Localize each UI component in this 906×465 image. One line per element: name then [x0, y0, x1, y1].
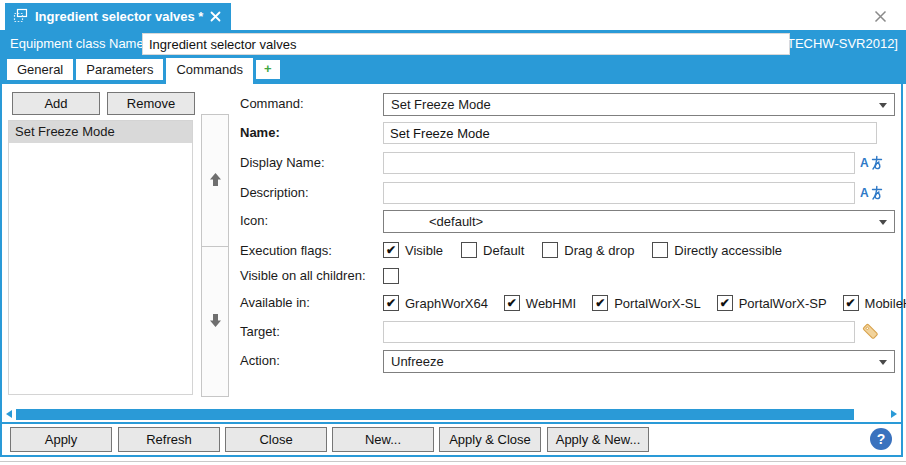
server-name-label: [TECHW-SVR2012]	[783, 30, 898, 58]
visible-on-all-children-group	[383, 267, 399, 285]
tag-browser-icon[interactable]	[861, 322, 880, 344]
tab-general-label: General	[17, 62, 63, 77]
equipment-class-editor-window: Ingredient selector valves * Equipment c…	[0, 0, 906, 465]
svg-text:A: A	[860, 156, 869, 170]
window-bottom-edge	[0, 461, 906, 462]
available-graphworx64: GraphWorX64	[383, 295, 488, 311]
arrow-down-icon	[209, 313, 222, 331]
document-tab[interactable]: Ingredient selector valves *	[5, 3, 231, 30]
available-in-label: Available in:	[240, 292, 310, 314]
tab-add-new[interactable]: +	[256, 60, 280, 79]
list-item-set-freeze-mode[interactable]: Set Freeze Mode	[9, 121, 192, 143]
execution-flags-label: Execution flags:	[240, 240, 332, 262]
svg-text:A: A	[860, 186, 869, 200]
mobilehmi-checkbox-label: MobileHMI	[865, 296, 906, 311]
arrow-up-icon	[209, 172, 222, 190]
scroll-right-icon[interactable]	[891, 410, 897, 418]
available-mobilehmi: MobileHMI	[843, 295, 906, 311]
default-checkbox-label: Default	[483, 243, 524, 258]
execution-flags-group: Visible Default Drag & drop Directly acc…	[383, 241, 782, 259]
description-input[interactable]	[383, 182, 855, 204]
equipment-class-icon	[13, 8, 28, 26]
apply-and-close-button[interactable]: Apply & Close	[439, 427, 541, 452]
name-input[interactable]	[383, 122, 877, 144]
move-down-button[interactable]	[201, 247, 229, 397]
scroll-left-icon[interactable]	[6, 410, 12, 418]
visible-checkbox-label: Visible	[405, 243, 443, 258]
webhmi-checkbox[interactable]	[504, 295, 520, 311]
icon-dropdown[interactable]: <default>	[383, 210, 895, 233]
flag-default: Default	[461, 242, 524, 258]
tab-general[interactable]: General	[7, 59, 73, 80]
document-tab-title: Ingredient selector valves *	[35, 9, 203, 24]
commands-main-area: Add Remove Set Freeze Mode Com	[2, 84, 901, 407]
localization-icon[interactable]: A	[860, 185, 884, 201]
default-checkbox[interactable]	[461, 242, 477, 258]
graphworx64-checkbox-label: GraphWorX64	[405, 296, 488, 311]
equipment-class-name-input[interactable]	[142, 33, 790, 55]
reorder-arrows	[201, 114, 229, 397]
action-label: Action:	[240, 350, 280, 372]
name-label: Name:	[240, 122, 280, 144]
description-label: Description:	[240, 182, 309, 204]
visible-on-all-children-label: Visible on all children:	[240, 265, 366, 287]
refresh-button[interactable]: Refresh	[118, 427, 220, 452]
tab-parameters[interactable]: Parameters	[76, 59, 163, 80]
directly-accessible-checkbox[interactable]	[652, 242, 668, 258]
window-close-icon[interactable]	[872, 8, 888, 24]
move-up-button[interactable]	[201, 114, 229, 247]
tab-strip: General Parameters Commands +	[0, 58, 906, 84]
mobilehmi-checkbox[interactable]	[843, 295, 859, 311]
scrollbar-thumb[interactable]	[16, 409, 854, 420]
apply-and-new-button[interactable]: Apply & New...	[547, 427, 649, 452]
equipment-class-name-label: Equipment class Name:	[10, 30, 147, 58]
portalworx-sp-checkbox-label: PortalWorX-SP	[739, 296, 827, 311]
icon-dropdown-value: <default>	[391, 214, 483, 229]
target-label: Target:	[240, 321, 280, 343]
webhmi-checkbox-label: WebHMI	[526, 296, 576, 311]
close-button[interactable]: Close	[225, 427, 327, 452]
display-name-label: Display Name:	[240, 152, 325, 174]
help-icon[interactable]: ?	[870, 428, 892, 450]
directly-accessible-checkbox-label: Directly accessible	[674, 243, 782, 258]
visible-on-all-children-checkbox[interactable]	[383, 268, 399, 284]
icon-label: Icon:	[240, 210, 268, 232]
available-in-group: GraphWorX64 WebHMI PortalWorX-SL PortalW…	[383, 294, 906, 312]
display-name-input[interactable]	[383, 152, 855, 174]
drag-drop-checkbox[interactable]	[542, 242, 558, 258]
command-dropdown-value: Set Freeze Mode	[391, 97, 491, 112]
command-label: Command:	[240, 93, 304, 115]
action-dropdown-value: Unfreeze	[391, 354, 444, 369]
target-input[interactable]	[383, 321, 855, 343]
remove-command-button[interactable]: Remove	[107, 92, 195, 115]
tab-parameters-label: Parameters	[86, 62, 153, 77]
chevron-down-icon	[879, 360, 887, 365]
available-portalworx-sp: PortalWorX-SP	[717, 295, 827, 311]
horizontal-scrollbar[interactable]	[2, 407, 901, 422]
add-tab-icon: +	[264, 61, 272, 76]
tab-commands[interactable]: Commands	[166, 58, 252, 84]
visible-checkbox[interactable]	[383, 242, 399, 258]
portalworx-sp-checkbox[interactable]	[717, 295, 733, 311]
portalworx-sl-checkbox[interactable]	[592, 295, 608, 311]
commands-list[interactable]: Set Freeze Mode	[8, 120, 193, 395]
command-dropdown[interactable]: Set Freeze Mode	[383, 93, 895, 116]
title-row: Ingredient selector valves *	[0, 0, 906, 30]
portalworx-sl-checkbox-label: PortalWorX-SL	[614, 296, 700, 311]
flag-drag-drop: Drag & drop	[542, 242, 634, 258]
localization-icon[interactable]: A	[860, 155, 884, 171]
flag-directly-accessible: Directly accessible	[652, 242, 782, 258]
action-dropdown[interactable]: Unfreeze	[383, 350, 895, 373]
chevron-down-icon	[879, 103, 887, 108]
drag-drop-checkbox-label: Drag & drop	[564, 243, 634, 258]
chevron-down-icon	[879, 220, 887, 225]
add-command-button[interactable]: Add	[12, 92, 100, 115]
footer-button-bar: Apply Refresh Close New... Apply & Close…	[2, 424, 901, 455]
new-button[interactable]: New...	[332, 427, 434, 452]
header-bar: Equipment class Name: [TECHW-SVR2012]	[0, 30, 906, 58]
available-webhmi: WebHMI	[504, 295, 576, 311]
apply-button[interactable]: Apply	[10, 427, 112, 452]
graphworx64-checkbox[interactable]	[383, 295, 399, 311]
flag-visible: Visible	[383, 242, 443, 258]
tab-close-icon[interactable]	[210, 11, 221, 22]
